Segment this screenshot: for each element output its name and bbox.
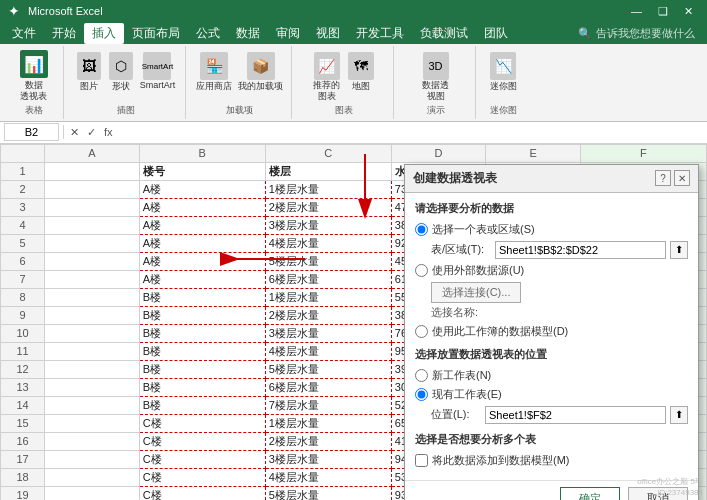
insert-function-icon[interactable]: fx <box>102 126 115 138</box>
table-cell[interactable]: 6楼层水量 <box>265 270 391 288</box>
radio4-label[interactable]: 新工作表(N) <box>432 368 491 383</box>
table-cell[interactable]: B楼 <box>139 342 265 360</box>
table-cell[interactable]: B楼 <box>139 324 265 342</box>
cell-ref-input[interactable] <box>4 123 59 141</box>
table-cell[interactable]: B楼 <box>139 288 265 306</box>
table-cell[interactable]: B楼 <box>139 378 265 396</box>
table-cell[interactable] <box>45 234 140 252</box>
table-cell[interactable]: 3楼层水量 <box>265 216 391 234</box>
table-cell[interactable]: 2楼层水量 <box>265 306 391 324</box>
table-cell[interactable]: C楼 <box>139 486 265 500</box>
table-cell[interactable]: B楼 <box>139 360 265 378</box>
table-cell[interactable] <box>45 270 140 288</box>
ribbon-btn-sparkline[interactable]: 📉 迷你图 <box>487 50 519 95</box>
menu-item-view[interactable]: 视图 <box>308 23 348 44</box>
table-cell[interactable] <box>45 324 140 342</box>
dialog-help-btn[interactable]: ? <box>655 170 671 186</box>
table-cell[interactable] <box>45 216 140 234</box>
col-header-e[interactable]: E <box>486 144 581 162</box>
connect-btn[interactable]: 选择连接(C)... <box>431 282 521 303</box>
table-cell[interactable]: 4楼层水量 <box>265 468 391 486</box>
ribbon-btn-map[interactable]: 🗺 地图 <box>345 50 377 95</box>
table-cell[interactable]: 7楼层水量 <box>265 396 391 414</box>
table-cell[interactable]: 4楼层水量 <box>265 342 391 360</box>
menu-item-data[interactable]: 数据 <box>228 23 268 44</box>
ribbon-btn-smartart[interactable]: SmartArt SmartArt <box>138 50 178 92</box>
create-pivot-dialog[interactable]: 创建数据透视表 ? ✕ 请选择要分析的数据 选择一个表或区域(S) 表/区域 <box>404 164 699 500</box>
table-cell[interactable] <box>45 306 140 324</box>
radio-select-table[interactable] <box>415 223 428 236</box>
menu-item-start[interactable]: 开始 <box>44 23 84 44</box>
table-cell[interactable]: 4楼层水量 <box>265 234 391 252</box>
col-header-c[interactable]: C <box>265 144 391 162</box>
table-cell[interactable] <box>45 198 140 216</box>
restore-btn[interactable]: ❑ <box>652 5 674 18</box>
table-cell[interactable]: B楼 <box>139 396 265 414</box>
add-to-model-checkbox[interactable] <box>415 454 428 467</box>
table-cell[interactable] <box>45 342 140 360</box>
menu-item-insert[interactable]: 插入 <box>84 23 124 44</box>
menu-item-pagelayout[interactable]: 页面布局 <box>124 23 188 44</box>
table-cell[interactable]: C楼 <box>139 432 265 450</box>
table-cell[interactable]: 3楼层水量 <box>265 324 391 342</box>
table-cell[interactable]: 5楼层水量 <box>265 486 391 500</box>
table-cell[interactable] <box>45 378 140 396</box>
minimize-btn[interactable]: — <box>625 5 648 18</box>
col-header-d[interactable]: D <box>391 144 486 162</box>
radio-datamodel[interactable] <box>415 325 428 338</box>
table-cell[interactable]: C楼 <box>139 450 265 468</box>
location-input[interactable] <box>485 406 666 424</box>
table-cell[interactable] <box>45 450 140 468</box>
table-cell[interactable] <box>45 414 140 432</box>
table-cell[interactable] <box>45 396 140 414</box>
table-cell[interactable]: 1楼层水量 <box>265 414 391 432</box>
radio2-label[interactable]: 使用外部数据源(U) <box>432 263 524 278</box>
checkbox-label[interactable]: 将此数据添加到数据模型(M) <box>432 453 570 468</box>
col-header-f[interactable]: F <box>580 144 706 162</box>
table-cell[interactable] <box>45 468 140 486</box>
table-cell[interactable]: B楼 <box>139 306 265 324</box>
table-cell[interactable]: A楼 <box>139 198 265 216</box>
location-collapse-btn[interactable]: ⬆ <box>670 406 688 424</box>
cancel-formula-icon[interactable]: ✕ <box>68 126 81 139</box>
table-cell[interactable]: C楼 <box>139 414 265 432</box>
ok-button[interactable]: 确定 <box>560 487 620 500</box>
table-cell[interactable]: 3楼层水量 <box>265 450 391 468</box>
menu-item-loadtest[interactable]: 负载测试 <box>412 23 476 44</box>
table-range-input[interactable] <box>495 241 666 259</box>
table-cell[interactable]: C楼 <box>139 468 265 486</box>
table-cell[interactable]: 5楼层水量 <box>265 252 391 270</box>
cell[interactable]: 楼层 <box>265 162 391 180</box>
ribbon-btn-rechart[interactable]: 📈 推荐的图表 <box>311 50 343 104</box>
table-cell[interactable]: A楼 <box>139 180 265 198</box>
table-cell[interactable] <box>45 360 140 378</box>
menu-item-file[interactable]: 文件 <box>4 23 44 44</box>
radio1-label[interactable]: 选择一个表或区域(S) <box>432 222 535 237</box>
formula-input[interactable] <box>119 123 703 141</box>
ribbon-btn-3dmap[interactable]: 3D 数据透视图 <box>420 50 452 104</box>
table-cell[interactable]: 5楼层水量 <box>265 360 391 378</box>
table-cell[interactable]: 1楼层水量 <box>265 288 391 306</box>
col-header-b[interactable]: B <box>139 144 265 162</box>
table-cell[interactable]: 1楼层水量 <box>265 180 391 198</box>
ribbon-btn-myaddin[interactable]: 📦 我的加载项 <box>236 50 285 95</box>
col-header-a[interactable]: A <box>45 144 140 162</box>
menu-item-team[interactable]: 团队 <box>476 23 516 44</box>
table-cell[interactable] <box>45 252 140 270</box>
ribbon-btn-pic[interactable]: 🖼 图片 <box>74 50 104 95</box>
table-cell[interactable]: A楼 <box>139 216 265 234</box>
cell[interactable]: 楼号 <box>139 162 265 180</box>
table-cell[interactable] <box>45 288 140 306</box>
table-cell[interactable]: 6楼层水量 <box>265 378 391 396</box>
ribbon-btn-pivot[interactable]: 📊 数据透视表 <box>16 48 52 104</box>
menu-item-formula[interactable]: 公式 <box>188 23 228 44</box>
table-range-collapse-btn[interactable]: ⬆ <box>670 241 688 259</box>
ribbon-btn-shape[interactable]: ⬡ 形状 <box>106 50 136 95</box>
radio3-label[interactable]: 使用此工作簿的数据模型(D) <box>432 324 568 339</box>
cell[interactable] <box>45 162 140 180</box>
table-cell[interactable] <box>45 180 140 198</box>
radio5-label[interactable]: 现有工作表(E) <box>432 387 502 402</box>
dialog-close-btn[interactable]: ✕ <box>674 170 690 186</box>
close-btn[interactable]: ✕ <box>678 5 699 18</box>
radio-external[interactable] <box>415 264 428 277</box>
